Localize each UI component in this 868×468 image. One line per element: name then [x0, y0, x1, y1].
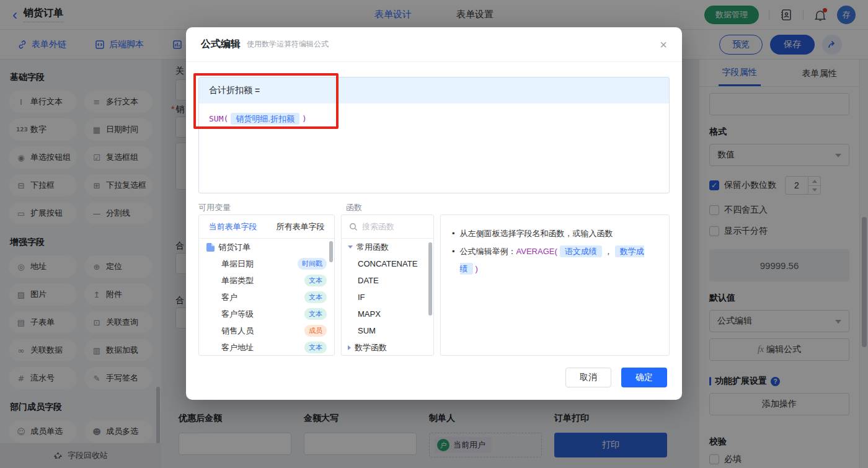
modal-header: 公式编辑 使用数学运算符编辑公式 × — [186, 27, 682, 62]
cancel-button[interactable]: 取消 — [565, 368, 611, 387]
function-group-common[interactable]: 常用函数 — [342, 239, 433, 255]
function-item[interactable]: DATE — [342, 272, 433, 289]
variable-name: 客户地址 — [218, 342, 304, 353]
type-badge: 文本 — [304, 275, 327, 286]
function-item[interactable]: MAPX — [342, 306, 433, 322]
help-text: 从左侧面板选择字段名和函数，或输入函数 — [460, 225, 613, 243]
function-name: IF — [358, 293, 365, 302]
function-group-math[interactable]: 数学函数 — [342, 339, 433, 356]
variables-scrollbar[interactable] — [329, 241, 333, 262]
formula-expression[interactable]: SUM(销货明细.折扣额) — [199, 104, 669, 135]
search-icon — [349, 223, 358, 231]
root-label: 销货订单 — [215, 242, 327, 253]
modal-subtitle: 使用数学运算符编辑公式 — [247, 39, 329, 50]
bullet-icon: • — [452, 243, 455, 278]
variables-label: 可用变量 — [198, 202, 231, 213]
help-text: 公式编辑举例：AVERAGE(语文成绩，数学成绩) — [460, 243, 658, 278]
functions-scrollbar[interactable] — [428, 242, 432, 316]
variable-item[interactable]: 单据类型文本 — [199, 272, 334, 289]
functions-panel: 搜索函数 常用函数 CONCATENATE DATE IF MAPX SUM 数… — [341, 214, 434, 356]
help-line-1: • 从左侧面板选择字段名和函数，或输入函数 — [452, 225, 658, 243]
confirm-button[interactable]: 确定 — [621, 368, 667, 387]
modal-title: 公式编辑 — [201, 38, 241, 51]
function-item[interactable]: CONCATENATE — [342, 255, 433, 272]
type-badge: 成员 — [304, 325, 327, 337]
tab-current-form-fields[interactable]: 当前表单字段 — [209, 221, 257, 232]
comma: ， — [604, 247, 613, 256]
function-item[interactable]: SUM — [342, 322, 433, 339]
variable-name: 销售人员 — [218, 325, 304, 337]
example-chip: 语文成绩 — [560, 245, 602, 257]
formula-function-open: SUM( — [209, 114, 228, 123]
formula-editor-modal: 公式编辑 使用数学运算符编辑公式 × 合计折扣额 = SUM(销货明细.折扣额)… — [186, 27, 682, 400]
variable-name: 客户等级 — [218, 309, 304, 320]
field-chip[interactable]: 销货明细.折扣额 — [231, 113, 299, 125]
function-name: DATE — [358, 276, 379, 285]
function-name: MAPX — [358, 309, 381, 319]
chevron-right-icon — [348, 345, 351, 350]
function-name: CONCATENATE — [358, 259, 417, 268]
variable-name: 单据类型 — [218, 275, 304, 286]
variable-item[interactable]: 单据日期时间戳 — [199, 255, 334, 272]
formula-editor-area[interactable]: 合计折扣额 = SUM(销货明细.折扣额) — [198, 77, 670, 193]
variables-panel: 当前表单字段 所有表单字段 销货订单 单据日期时间戳 单据类型文本 客户文本 客… — [198, 214, 335, 356]
example-close-paren: ) — [476, 264, 478, 273]
type-badge: 文本 — [304, 342, 327, 353]
function-name: SUM — [358, 326, 376, 335]
help-example-prefix: 公式编辑举例： — [460, 247, 516, 256]
variable-name: 单据日期 — [218, 258, 298, 270]
help-panel: • 从左侧面板选择字段名和函数，或输入函数 • 公式编辑举例：AVERAGE(语… — [440, 214, 670, 356]
type-badge: 文本 — [304, 291, 327, 303]
search-placeholder: 搜索函数 — [362, 221, 394, 232]
function-search[interactable]: 搜索函数 — [342, 215, 433, 239]
tab-all-form-fields[interactable]: 所有表单字段 — [277, 221, 325, 232]
variable-name: 客户 — [218, 292, 304, 303]
type-badge: 文本 — [304, 308, 327, 320]
variables-root[interactable]: 销货订单 — [199, 239, 334, 255]
type-badge: 时间戳 — [298, 258, 327, 270]
modal-footer: 取消 确定 — [565, 368, 667, 387]
close-icon[interactable]: × — [660, 38, 667, 51]
formula-target-bar: 合计折扣额 = — [199, 77, 669, 104]
functions-label: 函数 — [346, 202, 362, 213]
equals-sign: = — [255, 86, 260, 95]
help-line-2: • 公式编辑举例：AVERAGE(语文成绩，数学成绩) — [452, 243, 658, 278]
variables-tabs: 当前表单字段 所有表单字段 — [199, 215, 334, 239]
function-item[interactable]: IF — [342, 289, 433, 306]
variable-item[interactable]: 客户文本 — [199, 289, 334, 306]
form-doc-icon — [206, 243, 215, 252]
formula-target: 合计折扣额 — [209, 85, 252, 96]
bullet-icon: • — [452, 225, 455, 243]
variable-item[interactable]: 销售人员成员 — [199, 322, 334, 339]
group-label: 常用函数 — [356, 242, 389, 253]
formula-function-close: ) — [302, 114, 307, 123]
variable-item[interactable]: 客户地址文本 — [199, 339, 334, 356]
example-function: AVERAGE( — [516, 247, 557, 256]
group-label: 数学函数 — [355, 342, 387, 353]
chevron-down-icon — [348, 245, 353, 249]
variable-item[interactable]: 客户等级文本 — [199, 306, 334, 322]
